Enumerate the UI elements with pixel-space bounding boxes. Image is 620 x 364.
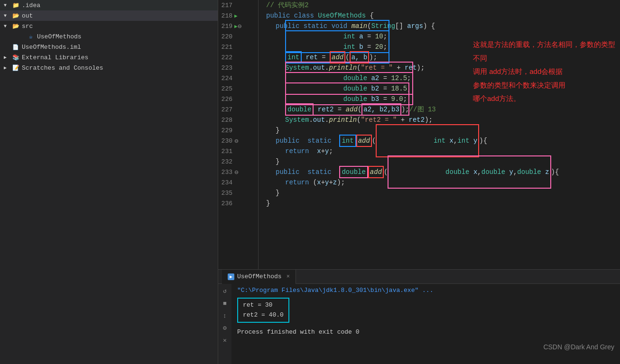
highlight-int-230: int [339,135,356,147]
terminal-cmd: "C:\Program Files\Java\jdk1.8.0_301\bin\… [237,286,614,296]
gutter-223: 223 [218,63,258,73]
highlight-params-233: double x,double y,double z [388,155,551,189]
main-container: ▼ 📁 .idea ▼ 📂 out ▼ 📂 src ▼ ☕ UseOfMetho… [0,0,620,364]
sidebar-item-iml[interactable]: ▼ 📄 UseOfMethods.iml [0,42,218,52]
folder-icon-out: 📂 [11,11,20,20]
label-useofmethods: UseOfMethods [37,33,82,40]
terminal-tab-icon: ▶ [228,273,234,280]
gutter-220: 220 [218,31,258,42]
gutter-221: 221 [218,42,258,52]
gutter-234: 234 [218,177,258,188]
annotation-text: 这就是方法的重载，方法名相同，参数的类型不同 调用 add方法时，add会根据 … [473,40,615,102]
code-line-228: System.out.println("ret2 = " + ret2); [266,115,612,125]
terminal-process-done: Process finished with exit code 0 [237,328,614,337]
scratch-icon: 📝 [11,64,20,72]
label-idea: .idea [22,2,40,9]
iml-icon: 📄 [11,43,20,51]
gutter-236: 236 [218,198,258,209]
code-line-235: } [266,188,612,198]
highlight-double-227: double [285,103,314,116]
terminal-icon-stop[interactable]: ■ [220,298,230,309]
label-scratches: Scratches and Consoles [22,64,103,72]
sidebar-item-scratches[interactable]: ▶ 📝 Scratches and Consoles [0,63,218,73]
highlight-args-227: a2, b2,b3 [361,103,401,116]
terminal-sidebar-icons: ↺ ■ ↕ ⚙ ✕ [218,284,231,364]
code-line-227: double ret2 = add ( a2, b2,b3 ); //图 13 [266,104,612,115]
gutter-217: 217 [218,0,258,10]
label-extlibs: External Libraries [22,54,88,61]
code-line-217: // 代码实例2 [266,0,612,10]
terminal-content: "C:\Program Files\Java\jdk1.8.0_301\bin\… [231,284,620,364]
terminal-icon-close[interactable]: ✕ [220,335,230,346]
sidebar-item-idea[interactable]: ▼ 📁 .idea [0,0,218,10]
gutter-222: 222 [218,52,258,63]
sidebar-item-src[interactable]: ▼ 📂 src [0,21,218,31]
arrow-out: ▼ [4,13,11,18]
code-content: 217 218 ▶ 219 ▶ ⊖ [218,0,620,269]
code-line-236: } [266,198,612,209]
annotation-panel: 这就是方法的重载，方法名相同，参数的类型不同 调用 add方法时，add会根据 … [473,38,615,106]
gutter-224: 224 [218,73,258,83]
gutter-235: 235 [218,188,258,198]
terminal-output-box: ret = 30 ret2 = 40.0 [237,298,289,323]
terminal-ret2: ret2 = 40.0 [243,310,284,320]
gutter-231: 231 [218,146,258,156]
code-line-218: public class UseOfMethods { [266,10,612,21]
folder-icon-src: 📂 [11,22,20,30]
terminal-icon-scroll[interactable]: ↕ [220,310,230,321]
highlight-params-230: int x,int y [376,124,479,157]
terminal-tab-close[interactable]: × [287,273,290,280]
arrow-scratches: ▶ [4,65,11,71]
highlight-add-230: add [356,135,372,147]
gutter-219: 219 ▶ ⊖ [218,21,258,31]
watermark: CSDN @Dark And Grey [543,343,614,351]
gutter-226: 226 [218,94,258,104]
sidebar-item-useofmethods-java[interactable]: ▼ ☕ UseOfMethods [0,31,218,42]
highlight-add-233: add [368,166,384,178]
label-iml: UseOfMethods.iml [22,44,81,51]
gutter-218: 218 ▶ [218,10,258,21]
arrow-src: ▼ [4,24,11,29]
terminal-ret: ret = 30 [243,300,284,310]
arrow-idea: ▼ [4,3,11,8]
gutter-225: 225 [218,83,258,94]
sidebar: ▼ 📁 .idea ▼ 📂 out ▼ 📂 src ▼ ☕ UseOfMetho… [0,0,218,364]
lib-icon: 📚 [11,53,20,62]
terminal-icon-rerun[interactable]: ↺ [220,286,230,296]
label-src: src [22,23,33,30]
terminal-tab-label: UseOfMethods [237,273,282,280]
terminal-icon-settings[interactable]: ⚙ [220,323,230,333]
gutter-228: 228 [218,115,258,125]
terminal-tab-bar: ▶ UseOfMethods × [218,270,620,284]
folder-icon-idea: 📁 [11,1,20,9]
terminal-tab-useofmethods[interactable]: ▶ UseOfMethods × [222,270,296,284]
gutter-227: 227 [218,104,258,115]
gutter-229: 229 [218,125,258,136]
arrow-extlibs: ▶ [4,55,11,60]
code-line-233: public static double add ( double x,doub… [266,167,612,177]
label-out: out [22,12,33,19]
gutter-230: 230 ⊖ [218,136,258,146]
sidebar-item-out[interactable]: ▼ 📂 out [0,10,218,21]
gutter-232: 232 [218,156,258,167]
java-icon: ☕ [27,32,35,41]
gutter-233: 233 ⊖ [218,167,258,177]
code-area: 217 218 ▶ 219 ▶ ⊖ [218,0,620,269]
sidebar-item-extlibs[interactable]: ▶ 📚 External Libraries [0,52,218,63]
code-line-230: public static int add ( int x,int y ){ [266,136,612,146]
highlight-double-233: double [339,166,368,178]
terminal-body: ↺ ■ ↕ ⚙ ✕ "C:\Program Files\Java\jdk1.8.… [218,284,620,364]
